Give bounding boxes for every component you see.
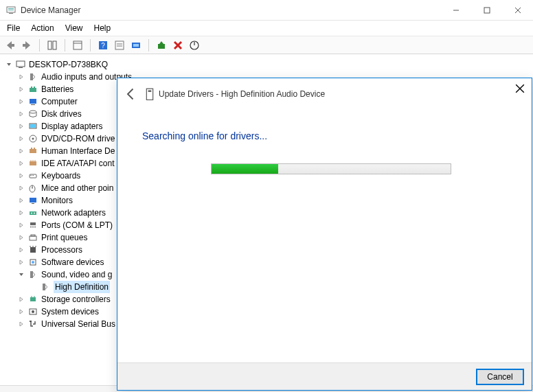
svg-rect-51 [32,203,34,204]
svg-rect-50 [30,198,36,203]
svg-rect-68 [43,284,45,290]
chevron-icon[interactable] [18,209,25,216]
progress-bar-fill [212,164,278,174]
close-button[interactable] [502,0,533,20]
action-list-icon[interactable] [113,39,126,51]
tree-item-label: IDE ATA/ATAPI cont [41,157,114,170]
svg-rect-28 [34,87,35,88]
chevron-icon[interactable] [18,172,25,179]
audio-device-icon [40,281,51,292]
tree-item-label: Network adapters [41,207,106,219]
svg-rect-61 [30,247,36,253]
tree-item-label: Human Interface De [41,145,115,157]
chevron-icon[interactable] [18,222,25,229]
chevron-icon[interactable] [18,123,25,130]
chevron-icon[interactable] [18,246,25,253]
device-category-icon [27,158,38,169]
device-category-icon [27,306,38,317]
svg-point-53 [31,213,32,214]
dialog-heading: Searching online for drivers... [142,130,507,141]
device-icon [145,89,155,100]
chevron-icon[interactable] [18,160,25,167]
svg-rect-39 [30,161,36,165]
tree-item-label: Software devices [41,256,104,268]
device-category-icon [27,96,38,107]
toolbar: ? [0,36,533,54]
menu-help[interactable]: Help [94,23,111,33]
tree-item-label: High Definition [54,281,110,293]
tree-root[interactable]: DESKTOP-D738BKQ [5,58,528,71]
chevron-icon[interactable] [18,185,25,192]
tree-item-label: Computer [41,95,78,108]
svg-rect-14 [115,41,124,49]
svg-point-31 [30,111,36,113]
svg-rect-38 [34,148,35,149]
device-category-icon [27,170,38,181]
device-category-icon [27,183,38,194]
svg-rect-59 [30,236,36,240]
menubar: File Action View Help [0,21,533,36]
window-title: Device Manager [21,5,440,15]
svg-point-71 [32,310,34,313]
menu-view[interactable]: View [65,23,83,33]
minimize-button[interactable] [440,0,471,20]
forward-icon[interactable] [21,39,33,51]
svg-point-35 [32,138,34,140]
update-driver-icon[interactable] [155,39,168,51]
menu-file[interactable]: File [7,23,20,33]
chevron-icon[interactable] [18,98,25,105]
disable-icon[interactable] [188,39,201,51]
titlebar: Device Manager [0,0,533,21]
chevron-icon[interactable] [18,148,25,154]
chevron-icon[interactable] [18,296,25,303]
device-category-icon [27,319,38,330]
close-icon[interactable] [515,84,525,93]
svg-rect-18 [133,44,139,47]
show-hide-console-icon[interactable] [46,39,58,51]
chevron-icon[interactable] [18,197,25,204]
chevron-icon[interactable] [18,259,25,266]
device-category-icon [27,207,38,218]
properties-icon[interactable] [71,39,84,51]
svg-rect-1 [9,13,13,14]
cancel-button[interactable]: Cancel [477,369,523,384]
device-category-icon [27,121,38,132]
svg-rect-45 [32,175,32,176]
svg-rect-2 [8,8,14,9]
svg-rect-43 [30,174,36,178]
chevron-down-icon[interactable] [5,61,12,68]
chevron-icon[interactable] [18,321,25,327]
chevron-icon[interactable] [18,73,25,80]
svg-rect-69 [30,297,36,301]
svg-rect-33 [30,124,36,128]
back-icon[interactable] [4,39,16,51]
help-icon[interactable]: ? [97,39,109,51]
back-arrow-icon[interactable] [124,87,138,101]
svg-rect-55 [30,222,36,225]
dialog-body: Searching online for drivers... [117,110,532,362]
svg-point-54 [34,213,35,214]
svg-rect-9 [53,41,56,49]
maximize-button[interactable] [471,0,502,20]
tree-item-label: Universal Serial Bus [41,318,115,330]
svg-rect-24 [19,67,23,68]
svg-rect-74 [148,90,152,91]
chevron-icon[interactable] [18,86,25,93]
progress-bar [211,163,451,174]
device-category-icon [27,108,38,119]
menu-action[interactable]: Action [31,23,54,33]
uninstall-icon[interactable] [172,39,184,51]
chevron-icon[interactable] [18,271,25,278]
tree-item-label: Mice and other poin [41,182,113,194]
scan-hardware-icon[interactable] [130,39,142,51]
svg-text:?: ? [101,42,105,49]
chevron-icon[interactable] [18,111,25,117]
svg-rect-3 [8,10,14,10]
svg-rect-44 [30,175,31,176]
chevron-icon[interactable] [18,308,25,315]
device-category-icon [27,257,38,268]
svg-rect-60 [31,235,35,236]
chevron-icon[interactable] [18,234,25,241]
tree-item-label: Display adapters [41,120,102,132]
chevron-icon[interactable] [18,135,25,142]
